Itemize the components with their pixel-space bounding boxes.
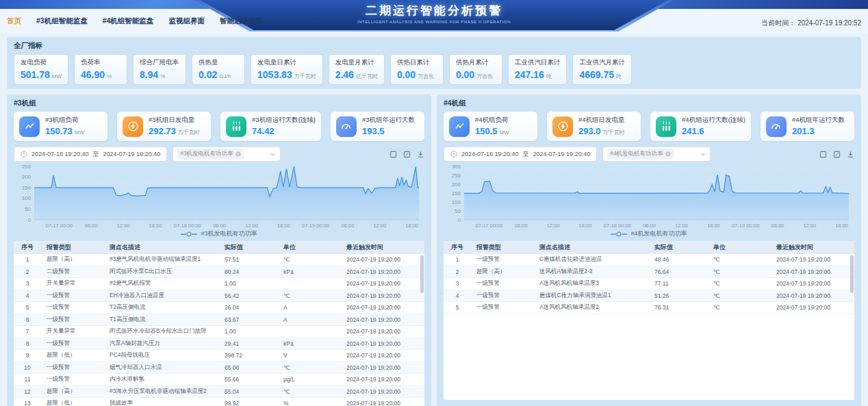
cell-value: 26.04 — [219, 304, 278, 311]
date-range-picker[interactable]: 2024-07-16 19:20:40 至 2024-07-19 19:20:4… — [14, 147, 167, 162]
kpi-value: 8.94 — [140, 69, 158, 80]
cell-time: 2024-07-19 19:20:00 — [771, 304, 854, 311]
cell-point-desc: 脱硫效率 — [104, 399, 219, 406]
cell-point-desc: T1高压侧电流 — [104, 316, 219, 324]
cell-unit: μg/L — [278, 376, 341, 383]
stat-label: #3机组运行天数(连续) — [252, 116, 316, 125]
table-scrollbar[interactable] — [850, 255, 854, 293]
stat-value: 74.42 — [252, 126, 275, 136]
toolbox-restore-icon[interactable] — [833, 151, 841, 158]
cell-value: 48.46 — [649, 256, 708, 263]
svg-text:150: 150 — [452, 190, 461, 196]
svg-text:18:00: 18:00 — [579, 223, 592, 229]
cell-time: 2024-07-19 19:20:00 — [341, 376, 424, 383]
cell-point-desc: 闭式循环水冷却器B冷却水出口门故障 — [104, 327, 219, 335]
stat-label: #4机组年运行天数 — [792, 116, 845, 125]
chevron-down-icon[interactable] — [270, 151, 276, 157]
cell-alarm-type: 一级预警 — [41, 364, 104, 372]
cell-no: 2 — [444, 268, 471, 275]
cell-value: 56.42 — [219, 292, 278, 299]
date-range-picker[interactable]: 2024-07-16 19:20:40 至 2024-07-19 19:20:4… — [444, 147, 597, 162]
cell-point-desc: 闭式循环水泵C出口水压 — [104, 268, 219, 276]
unit-panel: #4机组 #4机组负荷 150.5MW #4机组日发电量 293.0万千瓦时 #… — [437, 94, 861, 406]
kpi-card: 供热日累计 0.00万吉焦 — [390, 54, 444, 85]
cell-value: 76.64 — [649, 268, 708, 275]
alarm-table: 序号报警类型测点名描述实际值单位最近触发时间 1 超限（高） #3磨气风机电机非… — [14, 241, 424, 406]
load-chart-icon — [449, 116, 470, 137]
svg-text:50: 50 — [455, 208, 461, 214]
current-time: 当前时间： 2024-07-19 19:20:52 — [761, 18, 861, 28]
cell-point-desc: C磨煤机齿轮箱进油油温 — [534, 255, 649, 264]
column-header: 序号 — [444, 243, 471, 252]
toolbox-restore-icon[interactable] — [403, 151, 411, 158]
kpi-unit: MW — [52, 73, 62, 79]
alarm-table-header: 序号报警类型测点名描述实际值单位最近触发时间 — [14, 241, 424, 254]
svg-text:07-17 00:00: 07-17 00:00 — [475, 223, 502, 229]
steam-days-icon — [656, 116, 676, 137]
download-icon[interactable] — [847, 151, 854, 158]
nav-item-3[interactable]: #4机组智能监盘 — [103, 16, 154, 26]
svg-text:18:00: 18:00 — [277, 223, 290, 229]
kpi-card: 负荷率 46.90% — [74, 54, 127, 85]
stat-value: 293.0 — [578, 126, 601, 136]
column-header: 实际值 — [219, 243, 278, 252]
table-row: 2 超限（高） 送风机A轴承温度2-2 76.64 ℃ 2024-07-19 1… — [444, 266, 854, 279]
toolbox-dataview-icon[interactable] — [390, 151, 397, 158]
current-time-value: 2024-07-19 19:20:52 — [797, 19, 861, 27]
tag-remove-icon[interactable] — [235, 151, 241, 157]
stat-label: #4机组运行天数(连续) — [682, 116, 745, 125]
load-chart-icon — [19, 116, 40, 137]
kpi-card: 发电负荷 501.78MW — [14, 54, 68, 85]
cell-point-desc: EH冷油器入口油温度 — [104, 292, 219, 300]
cell-unit: A — [278, 304, 341, 311]
svg-text:18:00: 18:00 — [707, 223, 720, 229]
cell-time: 2024-07-19 19:20:00 — [341, 328, 424, 335]
kpi-value: 2.46 — [335, 69, 354, 80]
download-icon[interactable] — [417, 151, 424, 158]
cell-value: 1.00 — [219, 280, 278, 287]
stat-label: #3机组负荷 — [45, 116, 84, 125]
table-row: 12 超限（高） #3海水升压泵电机非驱动端轴承温度2 55.04 ℃ 2024… — [14, 386, 424, 398]
table-row: 2 二级预警 闭式循环水泵C出口水压 80.24 kPa 2024-07-19 … — [14, 266, 424, 279]
chevron-down-icon[interactable] — [700, 151, 706, 157]
cell-point-desc: #3磨气风机电机非驱动端轴承温度1 — [104, 255, 219, 264]
cell-point-desc: #2磨气风机报警 — [104, 279, 219, 288]
tag-remove-icon[interactable] — [665, 151, 671, 157]
cell-alarm-type: 一级预警 — [471, 292, 534, 300]
nav-item-2[interactable]: #3机组智能监盘 — [36, 16, 88, 26]
table-scrollbar[interactable] — [420, 255, 424, 293]
cell-alarm-type: 超限（高） — [41, 388, 104, 396]
toolbox-dataview-icon[interactable] — [819, 151, 827, 158]
kpi-card: 供热月累计 0.00万吉焦 — [449, 54, 502, 85]
cell-unit: ℃ — [708, 268, 771, 275]
kpi-label: 供热月累计 — [456, 58, 496, 67]
cell-alarm-type: 开关量异常 — [41, 279, 104, 288]
cell-unit: ℃ — [278, 388, 341, 395]
cell-value: 65.06 — [219, 364, 278, 371]
unit-stat-card: #3机组年运行天数 193.5 — [331, 112, 424, 141]
stat-label: #3机组日发电量 — [149, 116, 200, 125]
nav-item-5[interactable]: 智能启停监督 — [220, 16, 263, 26]
cell-no: 6 — [14, 316, 41, 323]
cell-no: 3 — [444, 280, 471, 287]
kpi-unit: 亿千瓦时 — [356, 73, 378, 79]
cell-point-desc: 磨煤机C推力轴承润滑油温1 — [534, 292, 649, 300]
stat-unit: 万千瓦时 — [178, 129, 200, 136]
page-title: 二期运行智能分析预警 — [366, 3, 502, 18]
energy-icon — [123, 116, 143, 137]
kpi-card: 工业供汽日累计 247.16吨 — [508, 54, 567, 85]
cell-alarm-type: 一级预警 — [41, 340, 104, 348]
stat-label: #4机组日发电量 — [578, 116, 625, 125]
nav-item-4[interactable]: 监视组界面 — [168, 16, 205, 26]
chart-legend[interactable]: #4机发电机有功功率 — [444, 229, 854, 239]
svg-text:07-19 00:00: 07-19 00:00 — [732, 223, 759, 229]
series-select[interactable]: #4机发电机有功功率 — [602, 147, 711, 162]
chart-legend[interactable]: #3机发电机有功功率 — [14, 229, 424, 239]
nav-item-1[interactable]: 首页 — [7, 16, 21, 26]
cell-unit: ℃ — [708, 256, 771, 263]
series-select[interactable]: #3机发电机有功功率 — [173, 147, 281, 162]
date-separator: 至 — [523, 150, 529, 159]
svg-text:100: 100 — [22, 195, 31, 201]
cell-no: 10 — [14, 364, 41, 371]
selected-series-label: #3机发电机有功功率 — [180, 150, 233, 158]
